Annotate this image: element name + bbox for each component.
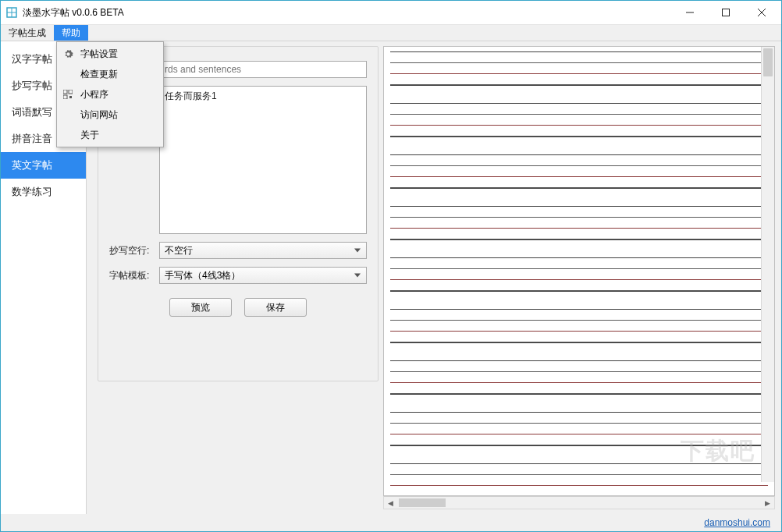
horizontal-scrollbar[interactable]: ◀ ▶ (383, 496, 775, 509)
minimize-button[interactable] (672, 1, 708, 24)
qr-icon (59, 90, 77, 99)
template-combo[interactable]: 手写体（4线3格） (159, 267, 367, 284)
svg-rect-8 (69, 90, 73, 94)
menu-about[interactable]: 关于 (59, 125, 162, 145)
vertical-scrollbar[interactable] (761, 47, 774, 482)
preview-pane: 下载吧 ◀ ▶ (383, 41, 781, 514)
scroll-left-arrow[interactable]: ◀ (384, 497, 397, 509)
sidebar-item-english[interactable]: 英文字帖 (1, 152, 86, 179)
preview-canvas: 下载吧 (383, 46, 775, 496)
footer: danmoshui.com (1, 514, 781, 531)
svg-rect-9 (63, 95, 67, 99)
menu-generate[interactable]: 字帖生成 (1, 25, 54, 41)
website-link[interactable]: danmoshui.com (704, 517, 770, 528)
svg-rect-4 (723, 9, 730, 16)
menubar: 字帖生成 帮助 (1, 24, 781, 41)
row-spacing-label: 抄写空行: (109, 244, 159, 257)
gear-icon (59, 49, 77, 59)
title-input[interactable] (159, 61, 367, 78)
menu-check-update[interactable]: 检查更新 (59, 64, 162, 84)
content-textarea[interactable]: 任务而服务1 (159, 86, 367, 234)
app-window: 淡墨水字帖 v0.0.6 BETA 字帖生成 帮助 字帖设置 检查更新 小程序 (0, 0, 782, 532)
menu-visit-website[interactable]: 访问网站 (59, 105, 162, 125)
scroll-right-arrow[interactable]: ▶ (761, 497, 774, 509)
save-button[interactable]: 保存 (244, 298, 307, 317)
svg-rect-7 (63, 90, 67, 94)
help-dropdown: 字帖设置 检查更新 小程序 访问网站 关于 (56, 41, 164, 147)
close-button[interactable] (744, 1, 780, 24)
menu-miniprogram[interactable]: 小程序 (59, 84, 162, 105)
titlebar: 淡墨水字帖 v0.0.6 BETA (1, 1, 781, 24)
preview-button[interactable]: 预览 (169, 298, 232, 317)
ruled-lines (390, 51, 768, 496)
window-title: 淡墨水字帖 v0.0.6 BETA (23, 6, 124, 20)
app-icon (5, 6, 18, 19)
svg-rect-10 (69, 96, 72, 98)
maximize-button[interactable] (708, 1, 744, 24)
sidebar-item-math[interactable]: 数学练习 (1, 179, 86, 205)
menu-help[interactable]: 帮助 (54, 25, 88, 41)
row-spacing-combo[interactable]: 不空行 (159, 242, 367, 259)
menu-settings[interactable]: 字帖设置 (59, 44, 162, 64)
template-label: 字帖模板: (109, 269, 159, 282)
